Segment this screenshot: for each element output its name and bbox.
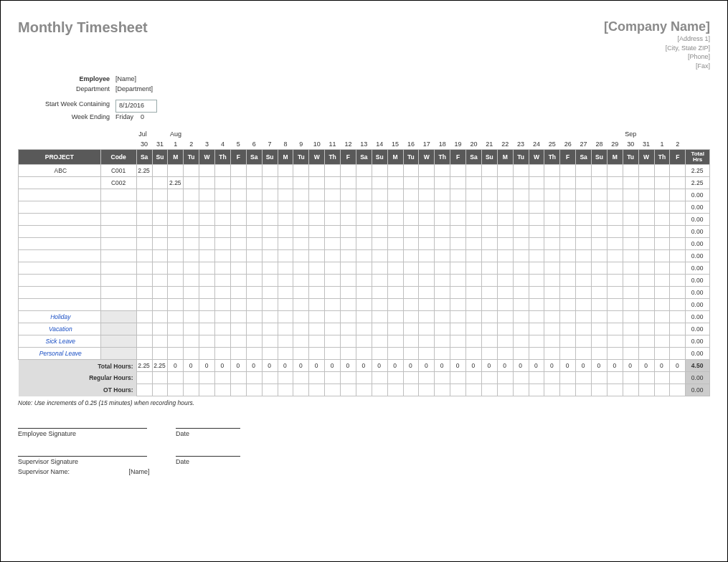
hours-cell[interactable]: [466, 214, 482, 226]
hours-cell[interactable]: [152, 250, 168, 262]
ot-hours-cell[interactable]: [246, 384, 262, 396]
hours-cell[interactable]: [638, 323, 654, 335]
hours-cell[interactable]: [481, 177, 497, 189]
ot-hours-cell[interactable]: [372, 384, 387, 396]
hours-cell[interactable]: [387, 201, 403, 214]
hours-cell[interactable]: [246, 262, 262, 275]
hours-cell[interactable]: [450, 238, 466, 250]
hours-cell[interactable]: [638, 238, 654, 250]
reg-hours-cell[interactable]: [199, 372, 215, 384]
project-cell[interactable]: [19, 238, 101, 250]
hours-cell[interactable]: [576, 348, 592, 360]
hours-cell[interactable]: [168, 226, 184, 238]
hours-cell[interactable]: [230, 201, 246, 214]
hours-cell[interactable]: [215, 275, 231, 287]
hours-cell[interactable]: [230, 189, 246, 201]
hours-cell[interactable]: [560, 311, 576, 323]
hours-cell[interactable]: [184, 335, 199, 348]
hours-cell[interactable]: [246, 214, 262, 226]
hours-cell[interactable]: [215, 238, 231, 250]
project-cell[interactable]: [19, 214, 101, 226]
ot-hours-cell[interactable]: [529, 384, 544, 396]
hours-cell[interactable]: [544, 214, 560, 226]
reg-hours-cell[interactable]: [168, 372, 184, 384]
hours-cell[interactable]: [262, 189, 278, 201]
hours-cell[interactable]: [152, 335, 168, 348]
hours-cell[interactable]: [654, 165, 670, 177]
hours-cell[interactable]: [497, 348, 513, 360]
hours-cell[interactable]: [215, 323, 231, 335]
hours-cell[interactable]: [136, 262, 152, 275]
hours-cell[interactable]: [403, 250, 419, 262]
employee-sig-date-line[interactable]: Date: [176, 428, 240, 437]
hours-cell[interactable]: [246, 311, 262, 323]
hours-cell[interactable]: [607, 189, 623, 201]
project-cell[interactable]: [19, 226, 101, 238]
hours-cell[interactable]: [136, 335, 152, 348]
hours-cell[interactable]: [230, 299, 246, 311]
hours-cell[interactable]: [466, 262, 482, 275]
hours-cell[interactable]: [387, 250, 403, 262]
hours-cell[interactable]: [372, 250, 387, 262]
hours-cell[interactable]: [419, 262, 435, 275]
hours-cell[interactable]: [497, 299, 513, 311]
hours-cell[interactable]: [309, 214, 325, 226]
hours-cell[interactable]: [529, 201, 544, 214]
hours-cell[interactable]: [246, 287, 262, 299]
hours-cell[interactable]: [560, 226, 576, 238]
hours-cell[interactable]: [513, 214, 529, 226]
hours-cell[interactable]: [592, 335, 608, 348]
hours-cell[interactable]: [309, 226, 325, 238]
hours-cell[interactable]: [638, 165, 654, 177]
hours-cell[interactable]: [246, 177, 262, 189]
code-cell[interactable]: [100, 287, 136, 299]
reg-hours-cell[interactable]: [670, 372, 686, 384]
hours-cell[interactable]: [670, 201, 686, 214]
hours-cell[interactable]: [450, 262, 466, 275]
hours-cell[interactable]: [387, 262, 403, 275]
hours-cell[interactable]: [592, 348, 608, 360]
ot-hours-cell[interactable]: [607, 384, 623, 396]
hours-cell[interactable]: [184, 177, 199, 189]
hours-cell[interactable]: [278, 323, 293, 335]
hours-cell[interactable]: [293, 238, 309, 250]
hours-cell[interactable]: [513, 177, 529, 189]
hours-cell[interactable]: [623, 177, 638, 189]
hours-cell[interactable]: [513, 311, 529, 323]
hours-cell[interactable]: [278, 214, 293, 226]
hours-cell[interactable]: [466, 238, 482, 250]
hours-cell[interactable]: [341, 226, 356, 238]
hours-cell[interactable]: [481, 299, 497, 311]
hours-cell[interactable]: [592, 238, 608, 250]
hours-cell[interactable]: [356, 299, 372, 311]
hours-cell[interactable]: [481, 348, 497, 360]
hours-cell[interactable]: [356, 250, 372, 262]
hours-cell[interactable]: [136, 189, 152, 201]
reg-hours-cell[interactable]: [560, 372, 576, 384]
hours-cell[interactable]: [246, 323, 262, 335]
hours-cell[interactable]: [419, 323, 435, 335]
hours-cell[interactable]: [513, 348, 529, 360]
hours-cell[interactable]: [450, 214, 466, 226]
hours-cell[interactable]: [638, 335, 654, 348]
hours-cell[interactable]: [184, 238, 199, 250]
hours-cell[interactable]: [654, 250, 670, 262]
ot-hours-cell[interactable]: [199, 384, 215, 396]
code-cell[interactable]: [100, 189, 136, 201]
hours-cell[interactable]: [387, 226, 403, 238]
reg-hours-cell[interactable]: [592, 372, 608, 384]
hours-cell[interactable]: [497, 201, 513, 214]
hours-cell[interactable]: [529, 348, 544, 360]
hours-cell[interactable]: [670, 226, 686, 238]
hours-cell[interactable]: [309, 238, 325, 250]
hours-cell[interactable]: [325, 250, 341, 262]
hours-cell[interactable]: [293, 250, 309, 262]
code-cell[interactable]: [100, 201, 136, 214]
hours-cell[interactable]: [168, 348, 184, 360]
hours-cell[interactable]: [325, 177, 341, 189]
hours-cell[interactable]: [435, 250, 450, 262]
hours-cell[interactable]: [497, 335, 513, 348]
ot-hours-cell[interactable]: [230, 384, 246, 396]
hours-cell[interactable]: [607, 238, 623, 250]
hours-cell[interactable]: [497, 323, 513, 335]
